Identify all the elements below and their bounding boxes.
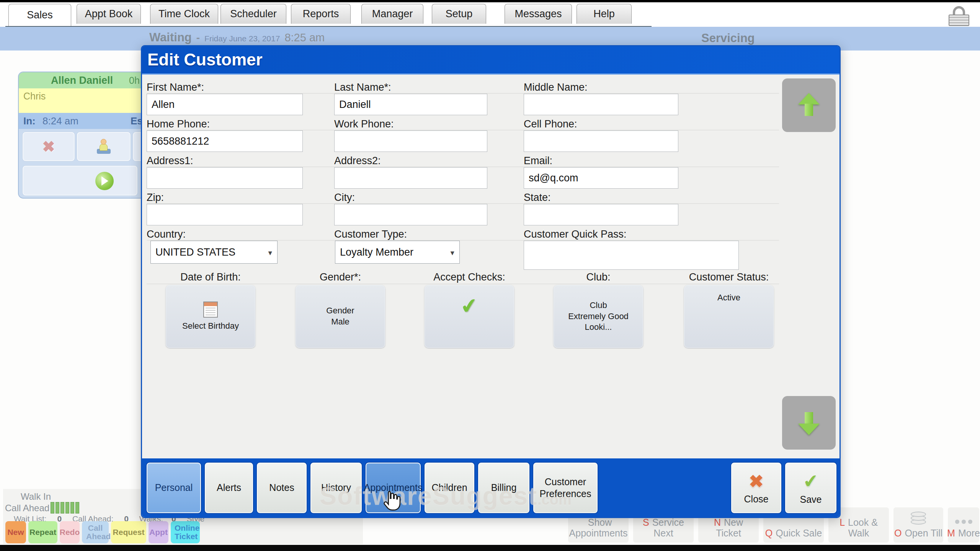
quick-button-new[interactable]: New — [5, 521, 26, 543]
waiting-separator: - — [196, 32, 200, 44]
gender-label: Gender*: — [283, 271, 398, 283]
city-label: City: — [334, 192, 355, 204]
first-name-label: First Name*: — [147, 82, 204, 94]
dob-label: Date of Birth: — [153, 271, 268, 283]
accept-checks-toggle[interactable]: ✔ — [425, 285, 514, 348]
tab-manager[interactable]: Manager — [361, 4, 423, 24]
scroll-down-button[interactable] — [782, 396, 836, 450]
zip-field[interactable] — [147, 204, 303, 225]
walk-in-title: Walk In — [21, 491, 51, 502]
tab-scheduler[interactable]: Scheduler — [220, 4, 286, 24]
quick-button-online-ticket[interactable]: Online Ticket — [171, 521, 200, 543]
app-window: Sales Appt Book Time Clock Scheduler Rep… — [0, 0, 980, 551]
quick-button-repeat[interactable]: Repeat — [28, 521, 57, 543]
tab-children[interactable]: Children — [424, 462, 475, 514]
tab-label: Billing — [491, 482, 517, 494]
tab-personal[interactable]: Personal — [146, 462, 202, 514]
customer-info-button[interactable] — [77, 132, 131, 161]
action-label: Service — [652, 517, 684, 528]
lock-icon[interactable] — [948, 6, 970, 26]
customer-status-button[interactable]: Active — [684, 285, 774, 348]
quick-pass-label: Customer Quick Pass: — [524, 228, 627, 241]
email-label: Email: — [524, 155, 552, 167]
home-phone-field[interactable] — [147, 130, 303, 152]
tab-history[interactable]: History — [310, 462, 363, 514]
cancel-customer-button[interactable]: ✖ — [23, 132, 75, 161]
tab-setup[interactable]: Setup — [432, 4, 486, 24]
tab-label: Customer Preferences — [537, 476, 594, 500]
tab-label: Reports — [303, 8, 339, 20]
customer-type-select[interactable]: Loyalty Member ▼ — [335, 241, 460, 264]
middle-name-field[interactable] — [524, 94, 678, 115]
country-label: Country: — [147, 228, 186, 241]
tab-notes[interactable]: Notes — [256, 462, 307, 514]
close-button[interactable]: ✖ Close — [730, 462, 782, 514]
go-arrow-icon — [95, 172, 114, 190]
in-label: In: — [23, 115, 36, 127]
address1-label: Address1: — [147, 155, 193, 167]
hotkey: N — [714, 517, 721, 528]
tab-label: Messages — [514, 8, 562, 20]
country-value: UNITED STATES — [155, 246, 235, 258]
wait-duration: 0h — [129, 75, 140, 86]
quick-button-redo[interactable]: Redo — [60, 521, 80, 543]
start-service-button[interactable] — [23, 166, 137, 196]
chevron-down-icon: ▼ — [267, 249, 273, 257]
bottom-black-strip — [0, 545, 980, 551]
address2-field[interactable] — [334, 167, 487, 189]
club-line1: Club — [590, 300, 607, 311]
tab-label: Children — [431, 482, 467, 494]
tab-billing[interactable]: Billing — [477, 462, 530, 514]
club-button[interactable]: Club Extremely Good Looki... — [554, 285, 643, 348]
tab-appt-book[interactable]: Appt Book — [77, 4, 141, 24]
action-label: Walk — [848, 528, 869, 539]
quick-button-call-ahead[interactable]: Call Ahead — [82, 521, 109, 543]
address1-field[interactable] — [147, 167, 303, 189]
person-icon — [96, 139, 111, 154]
in-time: 8:24 am — [42, 115, 78, 127]
open-till-button[interactable]: OOpen Till — [893, 507, 943, 543]
quick-button-request[interactable]: Request — [111, 521, 146, 543]
call-ahead-label: Call Ahead — [5, 503, 49, 514]
first-name-field[interactable] — [147, 94, 303, 115]
dialog-bottom-bar: Personal Alerts Notes History Appointmen… — [142, 458, 840, 517]
scroll-up-button[interactable] — [782, 78, 836, 132]
tab-alerts[interactable]: Alerts — [204, 462, 254, 514]
select-birthday-label: Select Birthday — [182, 321, 239, 332]
chevron-down-icon: ▼ — [449, 249, 456, 257]
gender-line1: Gender — [326, 305, 354, 316]
close-label: Close — [744, 493, 769, 505]
quick-button-appt[interactable]: Appt — [149, 521, 168, 543]
city-field[interactable] — [334, 204, 487, 225]
tab-label: Manager — [372, 8, 413, 20]
tab-label: Appt Book — [85, 8, 133, 20]
save-check-icon: ✔ — [802, 469, 820, 494]
work-phone-label: Work Phone: — [334, 118, 394, 130]
tab-label: Sales — [27, 9, 53, 21]
work-phone-field[interactable] — [334, 130, 487, 152]
save-button[interactable]: ✔ Save — [784, 462, 837, 514]
select-birthday-button[interactable]: Select Birthday — [166, 285, 255, 348]
accept-checks-label: Accept Checks: — [412, 271, 527, 283]
tab-time-clock[interactable]: Time Clock — [150, 4, 218, 24]
close-x-icon: ✖ — [749, 471, 764, 493]
tab-appointments[interactable]: Appointments — [365, 462, 421, 514]
country-select[interactable]: UNITED STATES ▼ — [150, 241, 278, 264]
tab-messages[interactable]: Messages — [505, 4, 572, 24]
waiting-label: Waiting — [149, 31, 192, 44]
gender-button[interactable]: Gender Male — [296, 285, 385, 348]
hotkey: O — [894, 528, 902, 539]
cell-phone-field[interactable] — [524, 130, 678, 152]
action-label: Next — [653, 528, 673, 539]
tab-customer-preferences[interactable]: Customer Preferences — [532, 462, 598, 514]
last-name-field[interactable] — [334, 94, 487, 115]
tab-reports[interactable]: Reports — [291, 4, 351, 24]
more-button[interactable]: MMore — [948, 507, 979, 543]
tab-sales[interactable]: Sales — [8, 4, 71, 26]
quick-pass-field[interactable] — [524, 241, 739, 270]
state-field[interactable] — [524, 204, 678, 225]
waiting-time: 8:25 am — [284, 31, 325, 44]
email-field[interactable] — [524, 167, 678, 189]
tab-help[interactable]: Help — [577, 4, 632, 24]
hotkey: S — [643, 517, 649, 528]
